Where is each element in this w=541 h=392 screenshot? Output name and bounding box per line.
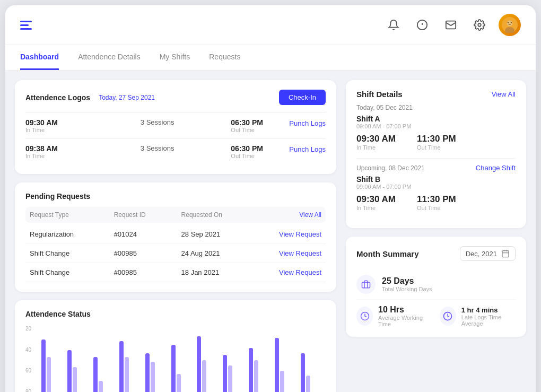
hamburger-menu[interactable] bbox=[20, 21, 32, 30]
attendance-date: Today, 27 Sep 2021 bbox=[99, 94, 155, 101]
tab-dashboard[interactable]: Dashboard bbox=[20, 45, 59, 70]
svg-point-4 bbox=[478, 23, 481, 27]
check-in-button[interactable]: Check-In bbox=[279, 90, 326, 105]
attendance-logos-title: Attendence Logos bbox=[25, 93, 90, 102]
bar-violet bbox=[280, 371, 284, 393]
bar-group bbox=[145, 353, 170, 392]
pending-requests-title: Pending Requests bbox=[25, 192, 326, 201]
late-clock-icon bbox=[440, 307, 456, 326]
working-time-label: Average Working Time bbox=[378, 315, 429, 327]
shift-upcoming-hours: 09:00 AM - 07:00 PM bbox=[356, 184, 516, 190]
bar-group bbox=[171, 345, 196, 392]
mail-icon[interactable] bbox=[441, 15, 460, 34]
bar-group bbox=[249, 348, 274, 392]
bar-group bbox=[197, 336, 222, 393]
month-picker-value: Dec, 2021 bbox=[466, 250, 497, 258]
change-shift-button[interactable]: Change Shift bbox=[476, 164, 516, 172]
bar-group bbox=[119, 341, 144, 392]
month-summary-card: Month Summary Dec, 2021 bbox=[346, 237, 526, 337]
table-row: Regularization #01024 28 Sep 2021 View R… bbox=[25, 225, 326, 244]
attendance-header: Attendence Logos Today, 27 Sep 2021 Chec… bbox=[25, 90, 326, 105]
avatar[interactable] bbox=[499, 14, 521, 36]
out-time-2: 06:30 PM Out Time bbox=[231, 144, 289, 159]
bar-purple bbox=[197, 336, 201, 393]
month-picker[interactable]: Dec, 2021 bbox=[460, 246, 516, 261]
col-request-type: Request Type bbox=[30, 211, 114, 219]
in-time-2: 09:38 AM In Time bbox=[25, 144, 84, 159]
bar-group bbox=[67, 350, 92, 393]
col-request-id: Request ID bbox=[114, 211, 181, 219]
bell-icon[interactable] bbox=[384, 15, 403, 34]
bar-group bbox=[93, 357, 118, 393]
bar-purple bbox=[93, 357, 98, 393]
chart-y-labels: 80 60 40 20 bbox=[25, 326, 31, 392]
sessions-1: 3 Sessions bbox=[84, 118, 231, 126]
svg-rect-10 bbox=[502, 251, 509, 257]
shift-divider bbox=[356, 158, 516, 159]
sessions-2: 3 Sessions bbox=[84, 144, 231, 152]
app-header bbox=[5, 5, 536, 45]
right-column: Shift Details View All Today, 05 Dec 202… bbox=[346, 80, 526, 392]
month-summary-header: Month Summary Dec, 2021 bbox=[356, 246, 516, 261]
clock-icon bbox=[356, 307, 373, 326]
shift-view-all[interactable]: View All bbox=[492, 90, 516, 98]
bar-violet bbox=[125, 357, 129, 393]
header-icons bbox=[384, 14, 521, 36]
bar-violet bbox=[306, 376, 310, 392]
shift-today-hours: 09:00 AM - 07:00 PM bbox=[356, 123, 516, 129]
briefcase-icon bbox=[356, 275, 376, 294]
col-view-all[interactable]: View All bbox=[265, 211, 321, 219]
main-content: Attendence Logos Today, 27 Sep 2021 Chec… bbox=[5, 71, 536, 392]
chart-area: 80 60 40 20 bbox=[25, 326, 326, 392]
tab-my-shifts[interactable]: My Shifts bbox=[160, 45, 190, 70]
bar-violet bbox=[99, 381, 103, 392]
table-row: Shift Change #00985 18 Jan 2021 View Req… bbox=[25, 263, 326, 282]
gear-icon[interactable] bbox=[470, 15, 489, 34]
punch-logs-link-2[interactable]: Punch Logs bbox=[289, 144, 326, 153]
out-time-1: 06:30 PM Out Time bbox=[231, 118, 289, 133]
month-summary-title: Month Summary bbox=[356, 249, 419, 258]
attendance-status-card: Attendence Status 80 60 40 20 JanJanJanJ… bbox=[15, 300, 336, 392]
shift-in-time: 09:30 AM In Time bbox=[356, 134, 396, 151]
table-row: Shift Change #00985 24 Aug 2021 View Req… bbox=[25, 244, 326, 263]
working-days-stat: 25 Days Total Working Days bbox=[356, 269, 516, 300]
shift-out-time: 11:30 PM Out Time bbox=[417, 134, 456, 151]
bar-violet bbox=[228, 365, 232, 392]
bar-violet bbox=[254, 360, 258, 392]
table-header: Request Type Request ID Requested On Vie… bbox=[25, 207, 326, 223]
col-requested-on: Requested On bbox=[181, 211, 266, 219]
shift-today-date: Today, 05 Dec 2021 bbox=[356, 104, 516, 111]
working-time-value: 10 Hrs bbox=[378, 305, 429, 315]
working-days-label: Total Working Days bbox=[382, 286, 432, 292]
message-icon[interactable] bbox=[413, 15, 432, 34]
attendance-row-1: 09:30 AM In Time 3 Sessions 06:30 PM Out… bbox=[25, 112, 326, 138]
attendance-row-2: 09:38 AM In Time 3 Sessions 06:30 PM Out… bbox=[25, 138, 326, 164]
tab-attendance-details[interactable]: Attendence Details bbox=[78, 45, 141, 70]
nav-tabs: Dashboard Attendence Details My Shifts R… bbox=[5, 45, 536, 71]
shift-upcoming-times: 09:30 AM In Time 11:30 PM Out Time bbox=[356, 194, 516, 211]
left-column: Attendence Logos Today, 27 Sep 2021 Chec… bbox=[15, 80, 336, 392]
tab-requests[interactable]: Requests bbox=[209, 45, 240, 70]
shift-details-header: Shift Details View All bbox=[356, 90, 516, 99]
shift-details-card: Shift Details View All Today, 05 Dec 202… bbox=[346, 80, 526, 228]
svg-point-9 bbox=[511, 22, 512, 23]
bar-purple bbox=[223, 355, 227, 392]
bar-purple bbox=[301, 353, 305, 392]
svg-rect-3 bbox=[446, 21, 456, 29]
in-time-1: 09:30 AM In Time bbox=[25, 118, 84, 133]
bar-violet bbox=[202, 360, 206, 392]
bar-purple bbox=[67, 350, 72, 393]
bar-purple bbox=[275, 338, 279, 392]
bar-purple bbox=[145, 353, 150, 392]
bar-group bbox=[275, 338, 300, 392]
attendance-status-title: Attendence Status bbox=[25, 310, 326, 318]
bar-violet bbox=[177, 374, 181, 392]
bar-violet bbox=[73, 367, 77, 392]
bar-purple bbox=[249, 348, 253, 392]
shift-upcoming-name: Shift B bbox=[356, 175, 516, 184]
shift-today-times: 09:30 AM In Time 11:30 PM Out Time bbox=[356, 134, 516, 151]
shift-details-title: Shift Details bbox=[356, 90, 403, 99]
bar-group bbox=[223, 355, 248, 392]
late-logs-stat: 1 hr 4 mins Late Logs Time Average bbox=[440, 305, 516, 327]
punch-logs-link-1[interactable]: Punch Logs bbox=[289, 118, 326, 127]
